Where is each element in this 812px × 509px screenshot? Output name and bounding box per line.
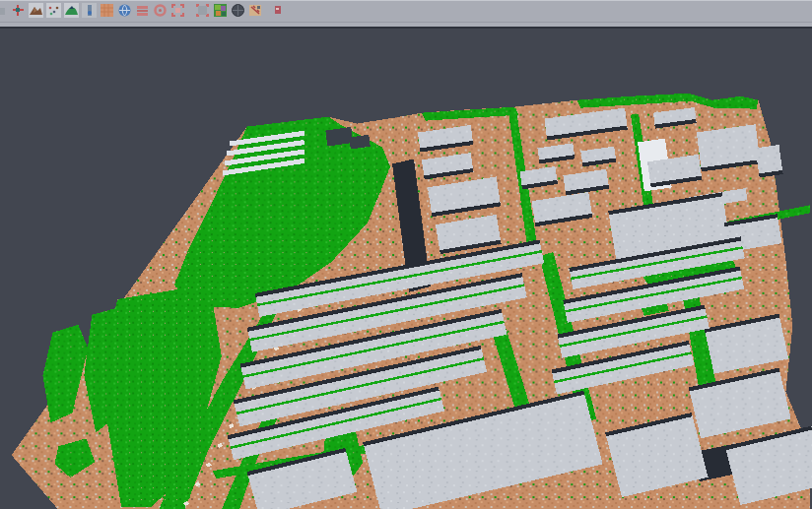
terrain-icon[interactable] [29, 3, 44, 19]
clip-tool-icon[interactable] [0, 3, 9, 19]
dem-icon[interactable] [64, 3, 80, 19]
cross-section-icon[interactable] [82, 3, 98, 19]
tin-icon[interactable] [135, 3, 151, 19]
flight-lines-icon[interactable] [11, 3, 27, 19]
3d-view-icon[interactable] [117, 3, 133, 19]
point-cloud-render [0, 29, 812, 509]
settings-icon[interactable] [153, 3, 169, 19]
partial-tool-icon[interactable] [275, 3, 283, 19]
globe-icon[interactable] [231, 3, 246, 19]
main-toolbar [0, 0, 812, 22]
measure-icon[interactable] [248, 3, 264, 19]
zoom-extent-icon[interactable] [170, 3, 186, 19]
orthophoto-icon[interactable] [100, 3, 115, 19]
classification-icon[interactable] [213, 3, 229, 19]
viewport-3d[interactable] [0, 29, 812, 509]
clip-box-icon[interactable] [195, 3, 211, 19]
point-cloud-icon[interactable] [46, 3, 62, 19]
